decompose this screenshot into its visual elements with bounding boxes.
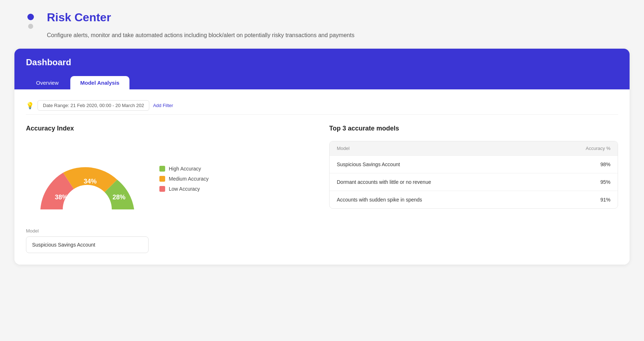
table-row[interactable]: Dormant accounts with little or no reven…: [330, 173, 618, 191]
legend-label-low: Low Accuracy: [169, 186, 200, 192]
model-section: Model: [26, 228, 315, 253]
gauge-container: 38% 34% 28% High Accuracy Medium Accurac…: [26, 141, 315, 217]
tab-model-analysis[interactable]: Model Analysis: [70, 76, 130, 89]
dashboard-body: 💡 Date Range: 21 Feb 2020, 00:00 - 20 Ma…: [14, 89, 630, 265]
top-models-title: Top 3 accurate models: [329, 125, 618, 132]
tabs-container: Overview Model Analysis: [26, 76, 618, 89]
tab-overview[interactable]: Overview: [26, 76, 69, 89]
legend: High Accuracy Medium Accuracy Low Accura…: [159, 166, 208, 192]
models-table: Model Accuracy % Suspicious Savings Acco…: [329, 141, 618, 209]
model-name-2: Dormant accounts with little or no reven…: [337, 179, 431, 185]
model-selector-input[interactable]: [26, 236, 149, 253]
table-row[interactable]: Accounts with sudden spike in spends 91%: [330, 191, 618, 208]
col-accuracy: Accuracy %: [586, 146, 610, 151]
col-model: Model: [337, 146, 349, 151]
page-title: Risk Center: [47, 11, 630, 24]
nav-dot-active[interactable]: [27, 14, 34, 20]
gauge-high-label: 28%: [113, 194, 125, 201]
add-filter-button[interactable]: Add Filter: [153, 103, 173, 108]
dashboard-card: Dashboard Overview Model Analysis 💡 Date…: [14, 49, 630, 265]
accuracy-val-2: 95%: [600, 179, 610, 185]
legend-label-high: High Accuracy: [169, 166, 201, 172]
model-name-1: Suspicious Savings Account: [337, 161, 400, 167]
accuracy-val-3: 91%: [600, 197, 610, 203]
legend-dot-medium: [159, 176, 165, 182]
filter-bar: 💡 Date Range: 21 Feb 2020, 00:00 - 20 Ma…: [26, 97, 618, 115]
table-header: Model Accuracy %: [330, 141, 618, 155]
model-name-3: Accounts with sudden spike in spends: [337, 197, 422, 203]
page-subtitle: Configure alerts, monitor and take autom…: [47, 30, 371, 39]
accuracy-val-1: 98%: [600, 161, 610, 167]
dashboard-header: Dashboard Overview Model Analysis: [14, 49, 630, 89]
legend-dot-low: [159, 186, 165, 192]
sidebar-nav: [14, 11, 47, 29]
top-models-section: Top 3 accurate models Model Accuracy % S…: [329, 125, 618, 209]
gauge-chart: 38% 34% 28%: [26, 141, 149, 217]
legend-item-medium: Medium Accuracy: [159, 176, 208, 182]
date-range-filter[interactable]: Date Range: 21 Feb 2020, 00:00 - 20 Marc…: [38, 100, 149, 111]
model-selector-label: Model: [26, 228, 315, 234]
content-grid: Accuracy Index: [26, 125, 618, 253]
table-row[interactable]: Suspicious Savings Account 98%: [330, 155, 618, 173]
gauge-medium-label: 34%: [84, 178, 97, 185]
legend-label-medium: Medium Accuracy: [169, 176, 208, 182]
filter-icon: 💡: [26, 102, 34, 110]
accuracy-index-section: Accuracy Index: [26, 125, 315, 253]
gauge-low-label: 38%: [55, 194, 68, 201]
accuracy-index-title: Accuracy Index: [26, 125, 315, 132]
nav-dot-inactive[interactable]: [28, 24, 33, 29]
legend-dot-high: [159, 166, 165, 172]
dashboard-title: Dashboard: [26, 57, 618, 67]
legend-item-high: High Accuracy: [159, 166, 208, 172]
legend-item-low: Low Accuracy: [159, 186, 208, 192]
